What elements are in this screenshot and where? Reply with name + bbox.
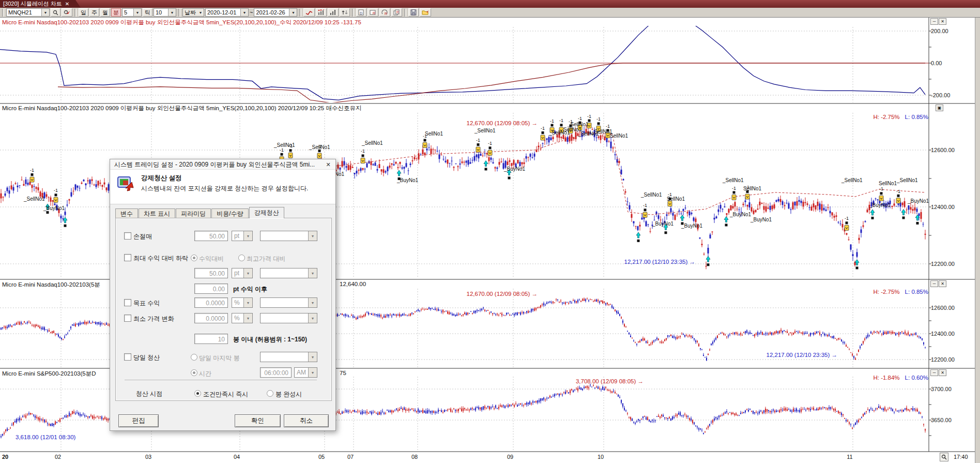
minchange-input[interactable]: 0.0000 (194, 313, 228, 323)
target-input[interactable]: 0.0000 (194, 297, 228, 308)
dialog-tab-강제청산[interactable]: 강제청산 (249, 207, 284, 218)
exit-immediate-radio[interactable] (194, 390, 201, 397)
zoom-button[interactable] (940, 453, 948, 461)
daily-lastbar-radio[interactable] (191, 354, 197, 361)
panel-close-button[interactable]: ✕ (939, 18, 946, 25)
stoploss-checkbox[interactable] (124, 232, 131, 240)
x-axis-label: 20 (2, 454, 8, 460)
daily-time-input[interactable]: 06:00:00 (260, 367, 292, 378)
target-checkbox[interactable] (124, 299, 131, 306)
low-percent: L: 0.60% (905, 375, 928, 381)
dialog-close-icon[interactable]: ✕ (324, 160, 332, 169)
panel-close-button[interactable]: ✕ (939, 369, 946, 376)
svg-text:-1: -1 (550, 118, 554, 124)
dialog-tab-변수[interactable]: 변수 (115, 208, 138, 218)
minchange-checkbox[interactable] (124, 315, 131, 322)
chevron-down-icon[interactable]: ▼ (308, 352, 317, 362)
system-trading-settings-dialog: 시스템 트레이딩 설정 - 2020 0909 이평커플 buy 외인선물주식금… (110, 159, 336, 431)
main-axis-tick: 12400.00 (931, 204, 955, 210)
minchange-unit-combo[interactable]: %▼ (232, 313, 253, 323)
svg-text:_SellNo1: _SellNo1 (591, 129, 612, 135)
dialog-tab-피라미딩[interactable]: 피라미딩 (176, 208, 211, 218)
trailing-checkbox[interactable] (124, 254, 131, 261)
mini-low-annotation: 12,217.00 (12/10 23:35) → (737, 352, 837, 358)
dialog-tab-비용/수량[interactable]: 비용/수량 (211, 208, 248, 218)
cancel-button[interactable]: 취소 (284, 414, 329, 427)
equity-panel-title: Micro E-mini Nasdaq100-202103 2020 0909 … (2, 19, 361, 26)
right-scrollbar[interactable] (975, 18, 980, 463)
svg-text:-1: -1 (54, 188, 58, 193)
chevron-down-icon[interactable]: ▼ (243, 268, 252, 278)
trailing-highprice-radio-label[interactable]: 최고가격 대비 (247, 255, 285, 263)
sp-high-annotation: 3,708.00 (12/09 08:05) → (548, 378, 644, 384)
trailing-profit-radio-label[interactable]: 수익대비 (199, 255, 224, 263)
exit-immediate-radio-label[interactable]: 조건만족시 즉시 (203, 390, 248, 399)
dialog-tab-차트 표시[interactable]: 차트 표시 (139, 208, 175, 218)
panel-restore-button[interactable]: ▣ (936, 104, 943, 111)
svg-text:-1: -1 (732, 186, 736, 191)
sp-panel-value: 75 (340, 370, 346, 376)
sp-low-annotation: 3,618.00 (12/01 08:30) (16, 434, 75, 440)
main-low-annotation: 12,217.00 (12/10 23:35) → (589, 259, 695, 265)
ok-button[interactable]: 확인 (235, 414, 281, 427)
svg-text:_SellNo1: _SellNo1 (361, 140, 383, 146)
mini-axis-tick: 12600.00 (931, 305, 955, 311)
stoploss-signal-combo[interactable]: ▼ (260, 231, 317, 241)
svg-text:_SellNo1: _SellNo1 (273, 142, 295, 148)
panel-close-button[interactable]: ✕ (939, 280, 946, 287)
chevron-down-icon[interactable]: ▼ (308, 298, 317, 307)
bars-input[interactable]: 10 (194, 334, 228, 344)
zoom-icon (941, 454, 947, 460)
x-axis-label: 07 (347, 454, 354, 460)
svg-text:SellNo1: SellNo1 (667, 196, 685, 202)
arrow-right-icon: → (638, 378, 644, 384)
exit-barclose-radio[interactable] (267, 390, 273, 397)
target-signal-combo[interactable]: ▼ (260, 297, 317, 308)
panel-minimize-button[interactable]: ─ (930, 18, 938, 25)
trailing-label: 최대 수익 대비 하락 (133, 254, 188, 263)
equity-axis-tick: 0.00 (931, 60, 942, 66)
chevron-down-icon[interactable]: ▼ (308, 268, 317, 278)
dialog-title[interactable]: 시스템 트레이딩 설정 - 2020 0909 이평커플 buy 외인선물주식금… (110, 159, 335, 170)
daily-checkbox[interactable] (124, 353, 131, 361)
chevron-down-icon[interactable]: ▼ (308, 313, 317, 323)
dialog-section-desc: 시스템내의 잔여 포지션을 강제로 청산하는 경우 설정합니다. (141, 184, 308, 193)
equity-axis-tick: -200.00 (931, 92, 950, 98)
svg-text:_BuyNo1: _BuyNo1 (652, 221, 674, 227)
daily-lastbar-radio-label[interactable]: 당일 마지막 봉 (199, 354, 240, 363)
high-percent: H: -2.75% (873, 114, 899, 120)
chevron-down-icon[interactable]: ▼ (308, 368, 317, 377)
edit-button[interactable]: 편집 (118, 414, 159, 427)
trailing-input[interactable]: 50.00 (194, 268, 228, 278)
chevron-down-icon[interactable]: ▼ (243, 231, 252, 241)
daily-label: 당일 청산 (133, 353, 160, 362)
trailing-after-input[interactable]: 0.00 (194, 283, 228, 294)
trailing-signal-combo[interactable]: ▼ (260, 268, 317, 278)
trailing-unit-combo[interactable]: pt▼ (232, 268, 253, 278)
daily-signal-combo[interactable]: ▼ (260, 352, 317, 362)
svg-text:_BuyNo1: _BuyNo1 (396, 177, 419, 183)
x-axis-label: 08 (411, 454, 418, 460)
daily-time-radio[interactable] (191, 369, 197, 376)
minchange-signal-combo[interactable]: ▼ (260, 313, 317, 323)
target-unit-combo[interactable]: %▼ (232, 297, 253, 308)
x-axis-label: 02 (55, 454, 61, 460)
trailing-highprice-radio[interactable] (238, 255, 245, 261)
trailing-profit-radio[interactable] (191, 255, 197, 261)
chevron-down-icon[interactable]: ▼ (243, 313, 252, 323)
svg-text:-1: -1 (845, 216, 849, 221)
stoploss-input[interactable]: 50.00 (194, 231, 228, 241)
svg-text:_SellNo1: _SellNo1 (722, 177, 744, 183)
panel-minimize-button[interactable]: ─ (930, 280, 938, 287)
svg-text:SellNo1: SellNo1 (743, 186, 761, 191)
stoploss-unit-combo[interactable]: pt▼ (232, 231, 253, 241)
exit-barclose-radio-label[interactable]: 봉 완성시 (275, 390, 302, 399)
forced-liquidation-icon (116, 175, 134, 194)
svg-text:_BuyNo1: _BuyNo1 (750, 217, 772, 222)
svg-text:_BuyNo1: _BuyNo1 (907, 198, 929, 204)
panel-minimize-button[interactable]: ─ (930, 369, 938, 376)
ampm-combo[interactable]: AM▼ (294, 367, 317, 378)
daily-time-radio-label[interactable]: 시간 (199, 369, 211, 378)
chevron-down-icon[interactable]: ▼ (243, 298, 252, 307)
chevron-down-icon[interactable]: ▼ (308, 231, 317, 241)
